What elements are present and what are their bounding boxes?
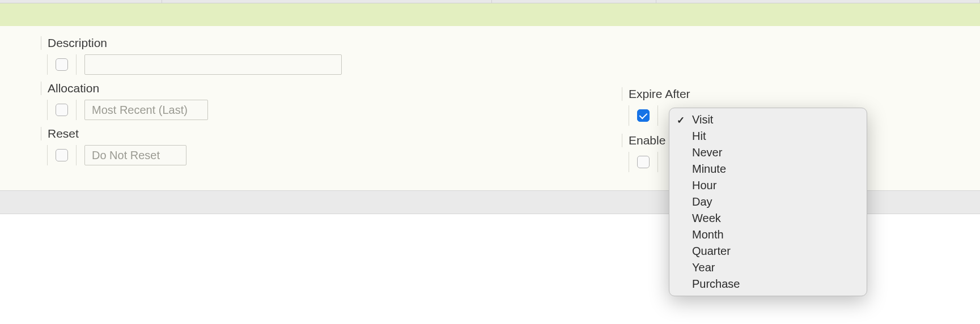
description-input[interactable] [84, 54, 342, 75]
reset-value: Do Not Reset [92, 149, 160, 162]
reset-row: Do Not Reset [0, 144, 342, 167]
dropdown-item-label: Hour [692, 179, 716, 192]
dropdown-item-label: Purchase [692, 278, 740, 291]
dropdown-item-label: Never [692, 146, 722, 159]
allocation-row: Most Recent (Last) [0, 99, 342, 121]
dropdown-item-label: Minute [692, 163, 726, 176]
dropdown-item-never[interactable]: Never [669, 144, 867, 161]
left-column: Description Allocation Most Recent (Last… [0, 36, 342, 172]
allocation-checkbox[interactable] [56, 104, 68, 116]
divider [76, 54, 77, 75]
dropdown-item-year[interactable]: Year [669, 259, 867, 276]
reset-select[interactable]: Do Not Reset [84, 145, 186, 165]
dropdown-item-month[interactable]: Month [669, 227, 867, 243]
allocation-select[interactable]: Most Recent (Last) [84, 100, 208, 120]
divider [47, 100, 48, 120]
check-icon: ✓ [677, 114, 685, 126]
allocation-field-group: Allocation Most Recent (Last) [0, 82, 342, 121]
description-field-group: Description [0, 36, 342, 76]
divider [76, 145, 77, 165]
allocation-value: Most Recent (Last) [92, 104, 188, 117]
dropdown-item-purchase[interactable]: Purchase [669, 276, 867, 292]
expire-after-dropdown-menu[interactable]: ✓ Visit Hit Never Minute Hour Day Week M… [669, 108, 867, 296]
expire-after-label: Expire After [622, 87, 690, 101]
header-segment [162, 0, 492, 3]
dropdown-item-label: Month [692, 228, 724, 241]
divider [47, 145, 48, 165]
green-banner [0, 3, 980, 26]
description-checkbox[interactable] [56, 58, 68, 71]
dropdown-item-visit[interactable]: ✓ Visit [669, 112, 867, 128]
dropdown-item-day[interactable]: Day [669, 194, 867, 210]
reset-field-group: Reset Do Not Reset [0, 127, 342, 167]
dropdown-item-minute[interactable]: Minute [669, 161, 867, 177]
dropdown-item-hour[interactable]: Hour [669, 177, 867, 194]
dropdown-item-label: Quarter [692, 245, 731, 258]
divider [629, 152, 629, 172]
dropdown-item-quarter[interactable]: Quarter [669, 243, 867, 259]
dropdown-item-hit[interactable]: Hit [669, 128, 867, 144]
dropdown-item-label: Year [692, 261, 715, 274]
reset-label: Reset [41, 127, 342, 140]
dropdown-item-label: Day [692, 195, 712, 208]
dropdown-item-label: Visit [692, 113, 713, 126]
divider [76, 100, 77, 120]
divider [657, 152, 658, 172]
header-segment [492, 0, 656, 3]
reset-checkbox[interactable] [56, 149, 68, 161]
description-row [0, 53, 342, 76]
dropdown-item-week[interactable]: Week [669, 210, 867, 227]
divider [657, 105, 658, 126]
dropdown-item-label: Week [692, 212, 721, 225]
allocation-label: Allocation [41, 82, 342, 95]
header-segment [656, 0, 980, 3]
divider [629, 105, 629, 126]
description-label: Description [41, 36, 342, 50]
header-segment [0, 0, 162, 3]
enable-checkbox[interactable] [637, 156, 650, 168]
dropdown-item-label: Hit [692, 130, 706, 143]
expire-after-checkbox[interactable] [637, 109, 650, 122]
divider [47, 54, 48, 75]
